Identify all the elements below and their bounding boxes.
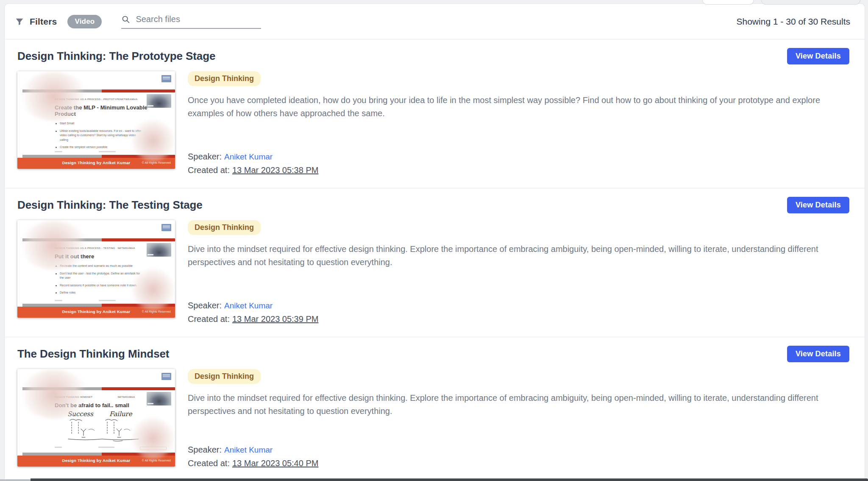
netbramha-logo-icon	[161, 373, 171, 380]
speaker-label: Speaker:	[188, 152, 222, 161]
top-cropped-control[interactable]	[761, 0, 860, 5]
speaker-label: Speaker:	[188, 301, 222, 310]
speaker-link[interactable]: Aniket Kumar	[224, 445, 273, 454]
slide-header-right: NETBRAMHA	[118, 396, 135, 398]
video-thumbnail[interactable]: DESIGN THINKING AS A PROCESS : TESTING N…	[17, 220, 175, 318]
video-list-item: The Design Thinking Mindset View Details…	[5, 337, 865, 481]
video-blob-overlay	[132, 417, 174, 460]
speaker-line: Speaker:Aniket Kumar	[188, 301, 849, 310]
video-list-item: Design Thinking: The Prototype Stage Vie…	[5, 39, 865, 188]
webcam-overlay	[147, 392, 171, 405]
created-value: 13 Mar 2023 05:38 PM	[232, 165, 318, 175]
slide-bullet: Utilise existing tools/available resourc…	[55, 129, 142, 143]
created-line: Created at:13 Mar 2023 05:39 PM	[188, 314, 849, 324]
category-tag[interactable]: Design Thinking	[188, 71, 261, 86]
filter-funnel-icon[interactable]	[15, 17, 24, 26]
sketch-doodle	[67, 418, 139, 442]
speaker-line: Speaker:Aniket Kumar	[188, 152, 849, 162]
video-blob-overlay	[132, 268, 174, 311]
created-label: Created at:	[188, 314, 230, 324]
search-input[interactable]	[136, 14, 261, 24]
speaker-label: Speaker:	[188, 445, 222, 454]
results-summary: Showing 1 - 30 of 30 Results	[737, 17, 851, 27]
video-thumbnail[interactable]: DESIGN THINKING AS A PROCESS : PROTOTYPE…	[17, 71, 175, 169]
file-list-panel: Filters Video Showing 1 - 30 of 30 Resul…	[4, 3, 865, 481]
slide-header-right: NETBRAMHA	[120, 98, 137, 101]
webcam-overlay	[147, 94, 171, 108]
netbramha-logo-icon	[161, 224, 171, 231]
sketch-word-failure: Failure	[109, 410, 132, 418]
speaker-link[interactable]: Aniket Kumar	[224, 301, 273, 310]
speaker-line: Speaker:Aniket Kumar	[188, 445, 849, 455]
video-blob-overlay	[20, 370, 88, 419]
video-description: Dive into the mindset required for effec…	[188, 243, 849, 269]
filter-chip-video[interactable]: Video	[67, 15, 102, 28]
slide-bullet: Define roles	[55, 291, 142, 295]
video-description: Dive into the mindset required for effec…	[188, 392, 849, 418]
filter-bar: Filters Video Showing 1 - 30 of 30 Resul…	[5, 4, 865, 39]
created-label: Created at:	[188, 165, 230, 175]
video-thumbnail[interactable]: DESIGN THINKING MINDSET NETBRAMHA Don't …	[17, 369, 175, 467]
video-blob-overlay	[132, 120, 174, 162]
slide-header-right: NETBRAMHA	[118, 247, 135, 249]
view-details-button[interactable]: View Details	[787, 346, 849, 362]
search-field[interactable]	[121, 14, 261, 29]
bottom-edge-strip	[0, 479, 31, 481]
slide-bullet: Record sessions if possible or have some…	[55, 283, 142, 288]
created-label: Created at:	[188, 459, 230, 468]
speaker-link[interactable]: Aniket Kumar	[224, 152, 273, 161]
video-title: Design Thinking: The Testing Stage	[17, 197, 203, 212]
bottom-edge-bar	[31, 478, 868, 481]
video-blob-overlay	[20, 221, 88, 270]
created-value: 13 Mar 2023 05:40 PM	[232, 459, 318, 468]
category-tag[interactable]: Design Thinking	[188, 220, 261, 235]
video-description: Once you have completed ideation, how do…	[188, 94, 849, 120]
created-line: Created at:13 Mar 2023 05:38 PM	[188, 165, 849, 175]
view-details-button[interactable]: View Details	[787, 197, 849, 213]
created-value: 13 Mar 2023 05:39 PM	[232, 314, 318, 324]
netbramha-logo-icon	[161, 75, 171, 82]
video-title: Design Thinking: The Prototype Stage	[17, 48, 215, 63]
slide-bullet: Don't test the user - test the prototype…	[55, 271, 142, 280]
view-details-button[interactable]: View Details	[787, 48, 849, 64]
created-line: Created at:13 Mar 2023 05:40 PM	[188, 459, 849, 468]
video-title: The Design Thinking Mindset	[17, 346, 169, 361]
search-icon	[121, 15, 130, 24]
video-blob-overlay	[20, 72, 88, 121]
slide-bullet: Create the simplest version possible	[55, 145, 142, 150]
filters-label: Filters	[30, 17, 57, 27]
category-tag[interactable]: Design Thinking	[188, 369, 261, 384]
top-cropped-control[interactable]	[702, 0, 754, 5]
slide-bullet: Start Small	[55, 121, 142, 126]
webcam-overlay	[147, 243, 171, 257]
video-list-item: Design Thinking: The Testing Stage View …	[5, 188, 865, 337]
